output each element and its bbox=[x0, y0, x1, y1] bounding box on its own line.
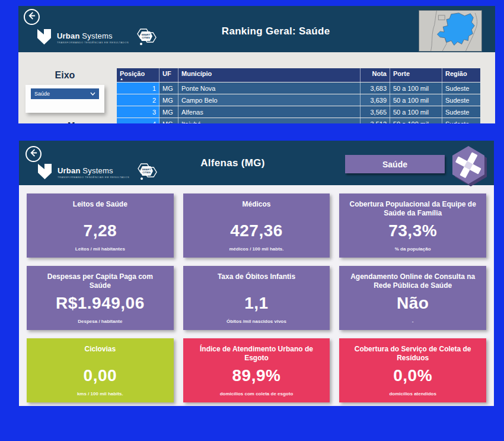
column-header-municipio[interactable]: Município bbox=[178, 68, 361, 82]
column-header-label: Porte bbox=[393, 70, 410, 77]
kpi-value: R$1.949,06 bbox=[27, 288, 174, 319]
eixo-dropdown-value: Saúde bbox=[34, 91, 50, 97]
cell-posicao: 1 bbox=[117, 83, 160, 94]
kpi-card[interactable]: Leitos de Saúde7,28Leitos / mil habitant… bbox=[27, 193, 174, 258]
kpi-card[interactable]: Cobertura do Serviço de Coleta de Resídu… bbox=[339, 338, 486, 402]
column-header-posicao[interactable]: Posição▲ bbox=[117, 68, 160, 82]
kpi-sublabel: Despesa / habitante bbox=[27, 319, 174, 330]
kpi-card[interactable]: Cobertura Populacional da Equipe de Saúd… bbox=[339, 193, 486, 258]
column-header-label: Município bbox=[181, 70, 212, 77]
kpi-value: 89,9% bbox=[183, 360, 330, 391]
back-arrow-icon bbox=[29, 148, 38, 160]
kpi-title: Ciclovias bbox=[27, 338, 174, 363]
kpi-sublabel: domicílios atendidos bbox=[339, 391, 486, 402]
minas-gerais-map[interactable] bbox=[419, 10, 482, 52]
category-saude-button[interactable]: Saúde bbox=[345, 155, 445, 173]
kpi-value: 427,36 bbox=[183, 215, 330, 246]
urban-systems-shield-icon bbox=[37, 28, 52, 47]
cell-posicao: 2 bbox=[117, 94, 160, 106]
cell-regiao: Sudeste bbox=[442, 106, 480, 118]
eixo-dropdown[interactable]: Saúde bbox=[31, 88, 99, 99]
cell-porte: 50 a 100 mil bbox=[390, 94, 442, 106]
table-row[interactable]: 1MGPonte Nova3,68350 a 100 milSudeste bbox=[117, 83, 480, 94]
kpi-sublabel: Óbitos /mil nascidos vivos bbox=[183, 319, 330, 330]
column-header-uf[interactable]: UF bbox=[160, 68, 178, 82]
kpi-title: Cobertura do Serviço de Coleta de Resídu… bbox=[339, 338, 486, 363]
cell-porte: 50 a 100 mil bbox=[390, 118, 442, 123]
cell-uf: MG bbox=[160, 118, 178, 123]
cell-nota: 3,639 bbox=[361, 94, 390, 106]
column-header-porte[interactable]: Porte bbox=[390, 68, 442, 82]
urban-systems-shield-icon bbox=[37, 163, 52, 182]
cell-nota: 3,565 bbox=[361, 106, 390, 118]
kpi-sublabel: kms / 100 mil habits. bbox=[27, 391, 174, 402]
kpi-title: Despesas per Capita Paga com Saúde bbox=[27, 266, 174, 290]
urban-systems-logo: Urban Systems TRANSFORMANDO TENDÊNCIAS E… bbox=[37, 26, 158, 50]
cell-regiao: Sudeste bbox=[442, 118, 480, 123]
ranking-report-page: Urban Systems TRANSFORMANDO TENDÊNCIAS E… bbox=[18, 6, 495, 123]
kpi-value: 73,3% bbox=[339, 215, 486, 246]
back-button[interactable] bbox=[25, 146, 42, 162]
column-header-nota[interactable]: Nota bbox=[361, 68, 390, 82]
page-title: Ranking Geral: Saúde bbox=[222, 26, 330, 37]
cell-uf: MG bbox=[160, 94, 178, 106]
table-row[interactable]: 2MGCampo Belo3,63950 a 100 milSudeste bbox=[117, 94, 480, 106]
kpi-card[interactable]: Médicos427,36médicos / 100 mil habts. bbox=[183, 193, 330, 258]
cell-municipio: Campo Belo bbox=[178, 94, 361, 106]
cell-regiao: Sudeste bbox=[442, 94, 480, 106]
kpi-title: Índice de Atendimento Urbano de Esgoto bbox=[183, 338, 330, 363]
cell-regiao: Sudeste bbox=[442, 83, 480, 94]
smart-cities-badge-icon: SMART CITIES bbox=[134, 26, 158, 50]
kpi-card[interactable]: Agendamento Online de Consulta na Rede P… bbox=[339, 266, 486, 330]
column-header-regiao[interactable]: Região bbox=[442, 68, 480, 82]
column-header-label: Posição bbox=[120, 70, 145, 77]
smart-cities-badge-icon: SMART CITIES bbox=[135, 160, 158, 185]
kpi-card[interactable]: Despesas per Capita Paga com SaúdeR$1.94… bbox=[27, 266, 174, 330]
column-header-label: Região bbox=[445, 70, 467, 77]
urban-systems-wordmark: Urban Systems TRANSFORMANDO TENDÊNCIAS E… bbox=[57, 32, 129, 44]
health-axis-hexagon-icon[interactable] bbox=[449, 144, 489, 187]
column-header-label: Nota bbox=[372, 70, 387, 77]
city-title: Alfenas (MG) bbox=[200, 157, 264, 169]
kpi-sublabel: - bbox=[339, 319, 486, 330]
eixo-slicer: Saúde bbox=[25, 85, 104, 113]
kpi-title: Cobertura Populacional da Equipe de Saúd… bbox=[339, 193, 486, 218]
kpi-sublabel: domicílios com coleta de esgoto bbox=[183, 391, 330, 402]
kpi-card[interactable]: Índice de Atendimento Urbano de Esgoto89… bbox=[183, 338, 330, 402]
kpi-title: Leitos de Saúde bbox=[27, 193, 174, 218]
ranking-table: Posição▲UFMunicípioNotaPorteRegião 1MGPo… bbox=[117, 68, 480, 123]
kpi-value: 0,00 bbox=[27, 360, 174, 391]
kpi-value: 7,28 bbox=[27, 215, 174, 246]
cell-municipio: Alfenas bbox=[178, 106, 361, 118]
kpi-sublabel: % da população bbox=[339, 246, 486, 258]
city-report-page: Urban Systems TRANSFORMANDO TENDÊNCIAS E… bbox=[19, 141, 494, 406]
kpi-sublabel: médicos / 100 mil habts. bbox=[183, 246, 330, 258]
kpi-card[interactable]: Ciclovias0,00kms / 100 mil habits. bbox=[27, 338, 174, 402]
city-header-bar: Urban Systems TRANSFORMANDO TENDÊNCIAS E… bbox=[19, 141, 494, 185]
cell-posicao: 4 bbox=[117, 118, 160, 123]
chevron-down-icon bbox=[90, 91, 95, 97]
urban-systems-wordmark: Urban Systems TRANSFORMANDO TENDÊNCIAS E… bbox=[58, 167, 129, 179]
urban-systems-logo: Urban Systems TRANSFORMANDO TENDÊNCIAS E… bbox=[37, 160, 158, 185]
table-row[interactable]: 4MGItajubá3,51250 a 100 milSudeste bbox=[117, 118, 480, 123]
kpi-value: Não bbox=[339, 288, 486, 319]
clipped-next-slicer-label: Mu bbox=[68, 120, 81, 123]
kpi-sublabel: Leitos / mil habitantes bbox=[27, 246, 174, 258]
kpi-title: Agendamento Online de Consulta na Rede P… bbox=[339, 266, 486, 290]
cell-municipio: Ponte Nova bbox=[178, 83, 361, 94]
cell-nota: 3,512 bbox=[361, 118, 390, 123]
cell-porte: 50 a 100 mil bbox=[390, 83, 442, 94]
ranking-header-bar: Urban Systems TRANSFORMANDO TENDÊNCIAS E… bbox=[18, 6, 495, 52]
kpi-title: Taxa de Óbitos Infantis bbox=[183, 266, 330, 290]
cell-uf: MG bbox=[160, 106, 178, 118]
column-header-label: UF bbox=[162, 70, 171, 77]
back-button[interactable] bbox=[24, 9, 40, 25]
table-row[interactable]: 3MGAlfenas3,56550 a 100 milSudeste bbox=[117, 106, 480, 118]
sort-asc-icon: ▲ bbox=[120, 78, 123, 81]
kpi-card[interactable]: Taxa de Óbitos Infantis1,1Óbitos /mil na… bbox=[183, 266, 330, 330]
table-header-row: Posição▲UFMunicípioNotaPorteRegião bbox=[117, 68, 480, 82]
cell-nota: 3,683 bbox=[361, 83, 390, 94]
back-arrow-icon bbox=[27, 11, 36, 23]
table-rows: 1MGPonte Nova3,68350 a 100 milSudeste2MG… bbox=[117, 83, 480, 123]
cell-uf: MG bbox=[160, 83, 178, 94]
